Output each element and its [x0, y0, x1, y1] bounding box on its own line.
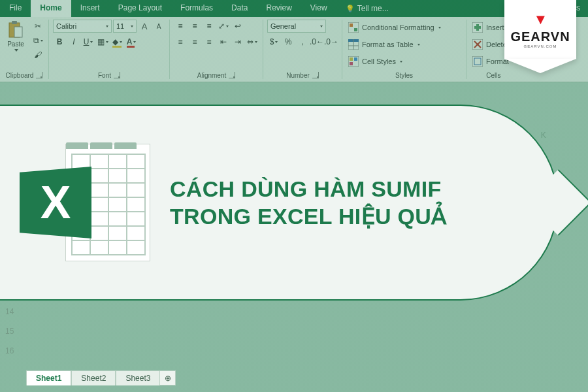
cut-button[interactable]: ✂	[31, 20, 44, 33]
tab-review[interactable]: Review	[257, 0, 301, 17]
underline-icon: U	[84, 37, 90, 46]
tab-view[interactable]: View	[301, 0, 336, 17]
group-label-clipboard: Clipboard	[6, 72, 34, 79]
align-top-button[interactable]: ≡	[174, 20, 187, 33]
group-label-cells: Cells	[486, 72, 500, 79]
group-styles: Conditional Formatting Format as Table C…	[342, 20, 466, 79]
svg-rect-11	[350, 57, 353, 61]
ribbon-tabs: File Home Insert Page Layout Formulas Da…	[0, 0, 588, 17]
conditional-formatting-icon	[348, 22, 359, 33]
chevron-down-icon	[90, 41, 93, 43]
bold-icon: B	[57, 37, 63, 46]
chevron-down-icon	[106, 41, 108, 43]
decrease-indent-button[interactable]: ⇤	[217, 35, 230, 48]
copy-button[interactable]: ⧉	[31, 34, 44, 47]
tab-page-layout[interactable]: Page Layout	[109, 0, 171, 17]
merge-center-button[interactable]: ⇔	[246, 35, 259, 48]
format-as-table-label: Format as Table	[362, 41, 414, 48]
decrease-decimal-icon: .0→	[324, 37, 338, 46]
chevron-down-icon	[438, 27, 441, 29]
percent-icon: %	[285, 37, 292, 46]
font-size-select[interactable]: 11	[113, 20, 137, 33]
tab-data[interactable]: Data	[222, 0, 257, 17]
scissors-icon: ✂	[35, 22, 41, 31]
title-card: X CÁCH DÙNG HÀM SUMIF TRONG EXCEL HIỆU Q…	[0, 105, 559, 301]
sheet-tab-3[interactable]: Sheet3	[116, 370, 160, 385]
tab-home[interactable]: Home	[31, 0, 71, 17]
align-left-icon: ≡	[178, 37, 182, 46]
paste-button[interactable]: Paste	[4, 20, 27, 53]
svg-rect-13	[350, 62, 353, 65]
dialog-launcher[interactable]	[229, 72, 235, 78]
italic-icon: I	[73, 37, 74, 46]
chevron-down-icon	[226, 25, 229, 27]
conditional-formatting-button[interactable]: Conditional Formatting	[346, 20, 442, 35]
chevron-down-icon	[41, 40, 43, 42]
increase-indent-button[interactable]: ⇥	[231, 35, 244, 48]
decrease-decimal-button[interactable]: .0→	[325, 35, 338, 48]
font-name-value: Calibri	[56, 22, 76, 30]
format-painter-button[interactable]: 🖌	[31, 48, 44, 61]
dialog-launcher[interactable]	[312, 72, 319, 78]
tab-insert[interactable]: Insert	[71, 0, 109, 17]
svg-rect-5	[354, 28, 357, 31]
align-right-icon: ≡	[206, 37, 211, 46]
orientation-button[interactable]: ⤢	[217, 20, 230, 33]
sheet-tab-1[interactable]: Sheet1	[26, 370, 71, 385]
font-name-select[interactable]: Calibri	[53, 20, 112, 33]
chevron-down-icon	[133, 41, 136, 43]
increase-font-size-button[interactable]: A	[138, 20, 151, 33]
align-center-button[interactable]: ≡	[188, 35, 201, 48]
cell-styles-icon	[348, 56, 359, 67]
underline-button[interactable]: U	[82, 35, 95, 48]
svg-rect-1	[12, 21, 17, 24]
headline: CÁCH DÙNG HÀM SUMIF TRONG EXCEL HIỆU QUẢ	[170, 175, 446, 231]
group-font: Calibri 11 A A B I U ▦ ◆ A Font	[49, 20, 170, 79]
brand-mark-icon: ▼	[534, 11, 547, 28]
align-middle-button[interactable]: ≡	[188, 20, 201, 33]
tab-formulas[interactable]: Formulas	[171, 0, 222, 17]
increase-font-icon: A	[142, 22, 148, 31]
font-color-button[interactable]: A	[125, 35, 138, 48]
cell-styles-button[interactable]: Cell Styles	[346, 54, 442, 69]
increase-decimal-button[interactable]: .0←	[310, 35, 323, 48]
percent-style-button[interactable]: %	[282, 35, 295, 48]
decrease-font-size-button[interactable]: A	[152, 20, 165, 33]
delete-cells-icon	[472, 39, 483, 50]
orientation-icon: ⤢	[218, 22, 225, 31]
accounting-format-button[interactable]: $	[267, 35, 280, 48]
comma-style-button[interactable]: ,	[296, 35, 309, 48]
align-right-button[interactable]: ≡	[203, 35, 216, 48]
borders-button[interactable]: ▦	[96, 35, 109, 48]
new-sheet-button[interactable]: ⊕	[160, 370, 176, 385]
italic-button[interactable]: I	[67, 35, 80, 48]
wrap-text-button[interactable]: ↩	[231, 20, 244, 33]
align-bottom-button[interactable]: ≡	[203, 20, 216, 33]
increase-decimal-icon: .0←	[310, 37, 324, 46]
chevron-down-icon	[320, 25, 323, 27]
plus-icon: ⊕	[165, 374, 171, 383]
fill-color-icon: ◆	[112, 37, 118, 46]
copy-icon: ⧉	[33, 36, 39, 45]
comma-icon: ,	[301, 37, 303, 46]
align-left-button[interactable]: ≡	[174, 35, 187, 48]
bold-button[interactable]: B	[53, 35, 66, 48]
tab-file[interactable]: File	[0, 0, 31, 17]
chevron-down-icon	[131, 25, 133, 27]
format-cells-icon	[472, 56, 483, 67]
sheet-tab-2[interactable]: Sheet2	[71, 370, 116, 385]
tell-me[interactable]: Tell me...	[336, 0, 528, 17]
svg-rect-12	[354, 57, 357, 61]
number-format-select[interactable]: General	[267, 20, 326, 33]
cell-styles-label: Cell Styles	[362, 57, 396, 65]
format-as-table-button[interactable]: Format as Table	[346, 37, 442, 52]
font-size-value: 11	[116, 22, 124, 30]
font-color-icon: A	[127, 37, 133, 46]
fill-color-button[interactable]: ◆	[110, 35, 123, 48]
chevron-down-icon	[417, 44, 420, 46]
group-label-font: Font	[98, 72, 111, 79]
dialog-launcher[interactable]	[114, 72, 120, 78]
group-clipboard: Paste ✂ ⧉ 🖌 Clipboard	[0, 20, 49, 79]
dialog-launcher[interactable]	[36, 72, 42, 78]
chevron-down-icon	[255, 41, 257, 43]
